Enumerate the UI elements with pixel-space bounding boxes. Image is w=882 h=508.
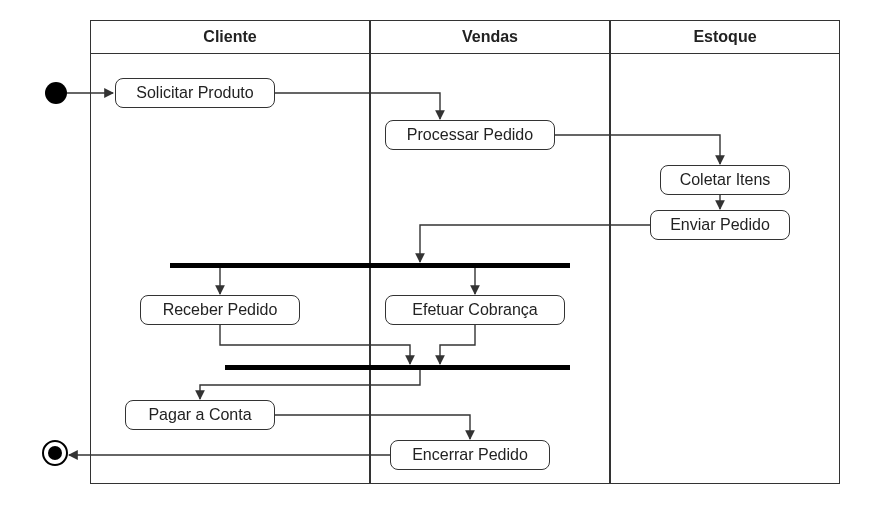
initial-node-icon xyxy=(45,82,67,104)
activity-receber-pedido: Receber Pedido xyxy=(140,295,300,325)
activity-enviar-pedido: Enviar Pedido xyxy=(650,210,790,240)
activity-processar-pedido: Processar Pedido xyxy=(385,120,555,150)
lane-body-estoque xyxy=(610,54,840,484)
activity-solicitar-produto: Solicitar Produto xyxy=(115,78,275,108)
activity-efetuar-cobranca: Efetuar Cobrança xyxy=(385,295,565,325)
lane-body-vendas xyxy=(370,54,610,484)
activity-diagram: Cliente Vendas Estoque Solicitar Produto… xyxy=(20,20,850,490)
lane-header-vendas: Vendas xyxy=(370,20,610,54)
join-bar xyxy=(225,365,570,370)
lane-header-cliente: Cliente xyxy=(90,20,370,54)
activity-pagar-a-conta: Pagar a Conta xyxy=(125,400,275,430)
lane-header-estoque: Estoque xyxy=(610,20,840,54)
activity-coletar-itens: Coletar Itens xyxy=(660,165,790,195)
fork-bar xyxy=(170,263,570,268)
activity-encerrar-pedido: Encerrar Pedido xyxy=(390,440,550,470)
final-node-icon xyxy=(42,440,68,466)
